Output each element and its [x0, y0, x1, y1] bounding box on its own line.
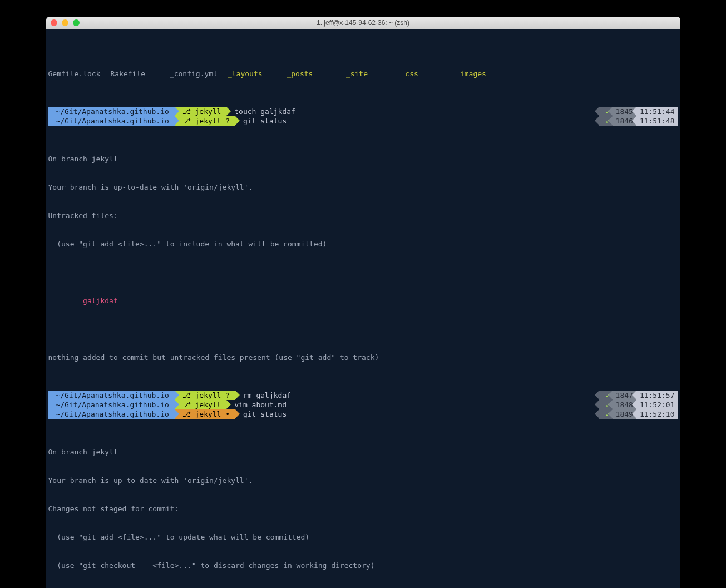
output-line: (use "git add <file>..." to update what …: [46, 532, 680, 542]
window-title: 1. jeff@x-145-94-62-36: ~ (zsh): [46, 19, 680, 27]
prompt-line: ~/Git/Apanatshka.github.io ⎇ jekyll • gi…: [46, 409, 680, 419]
output-line: Your branch is up-to-date with 'origin/j…: [46, 476, 680, 485]
right-status: ✓184711:51:57: [599, 391, 678, 400]
branch-segment: ⎇ jekyll: [175, 107, 227, 116]
branch-icon: ⎇: [182, 400, 195, 409]
command-text: rm galjkdaf: [235, 391, 291, 400]
path-segment: ~/Git/Apanatshka.github.io: [48, 116, 175, 126]
command-text: vim about.md: [226, 400, 287, 409]
right-status: ✓184811:52:01: [599, 400, 678, 409]
command-text: git status: [235, 116, 287, 126]
output-line: (use "git add <file>..." to include in w…: [46, 239, 680, 249]
prompt-line: ~/Git/Apanatshka.github.io ⎇ jekyll ? rm…: [46, 391, 680, 400]
branch-icon: ⎇: [182, 391, 195, 400]
path-segment: ~/Git/Apanatshka.github.io: [48, 391, 175, 400]
output-line: On branch jekyll: [46, 447, 680, 457]
ls-output: Gemfile.lockRakefile _config.yml_layouts…: [46, 69, 680, 78]
branch-segment: ⎇ jekyll ?: [175, 116, 235, 126]
output-line: Your branch is up-to-date with 'origin/j…: [46, 182, 680, 192]
branch-icon: ⎇: [182, 409, 195, 419]
right-status: ✓184611:51:48: [599, 116, 678, 126]
command-text: git status: [235, 409, 287, 419]
output-line: On branch jekyll: [46, 154, 680, 164]
branch-segment: ⎇ jekyll •: [175, 409, 235, 419]
branch-icon: ⎇: [182, 116, 195, 126]
output-line: Changes not staged for commit:: [46, 504, 680, 513]
timestamp: 11:51:57: [636, 391, 678, 400]
prompt-line: ~/Git/Apanatshka.github.io ⎇ jekyll touc…: [46, 107, 680, 116]
branch-segment: ⎇ jekyll ?: [175, 391, 235, 400]
terminal-window: 1. jeff@x-145-94-62-36: ~ (zsh) Gemfile.…: [46, 17, 680, 588]
branch-icon: ⎇: [182, 107, 195, 116]
timestamp: 11:52:01: [636, 400, 678, 409]
output-line: nothing added to commit but untracked fi…: [46, 353, 680, 362]
path-segment: ~/Git/Apanatshka.github.io: [48, 409, 175, 419]
right-status: ✓184511:51:44: [599, 107, 678, 116]
titlebar[interactable]: 1. jeff@x-145-94-62-36: ~ (zsh): [46, 17, 680, 29]
branch-segment: ⎇ jekyll: [175, 400, 227, 409]
prompt-line: ~/Git/Apanatshka.github.io ⎇ jekyll vim …: [46, 400, 680, 409]
right-status: ✓184911:52:10: [599, 409, 678, 419]
output-line: (use "git checkout -- <file>..." to disc…: [46, 561, 680, 570]
command-text: touch galjkdaf: [226, 107, 295, 116]
terminal-content[interactable]: Gemfile.lockRakefile _config.yml_layouts…: [46, 29, 680, 588]
path-segment: ~/Git/Apanatshka.github.io: [48, 400, 175, 409]
prompt-line: ~/Git/Apanatshka.github.io ⎇ jekyll ? gi…: [46, 116, 680, 126]
timestamp: 11:52:10: [636, 409, 678, 419]
timestamp: 11:51:48: [636, 116, 678, 126]
output-line: Untracked files:: [46, 211, 680, 220]
timestamp: 11:51:44: [636, 107, 678, 116]
output-line: [46, 324, 680, 334]
untracked-file: galjkdaf: [46, 296, 680, 305]
path-segment: ~/Git/Apanatshka.github.io: [48, 107, 175, 116]
output-line: [46, 268, 680, 277]
